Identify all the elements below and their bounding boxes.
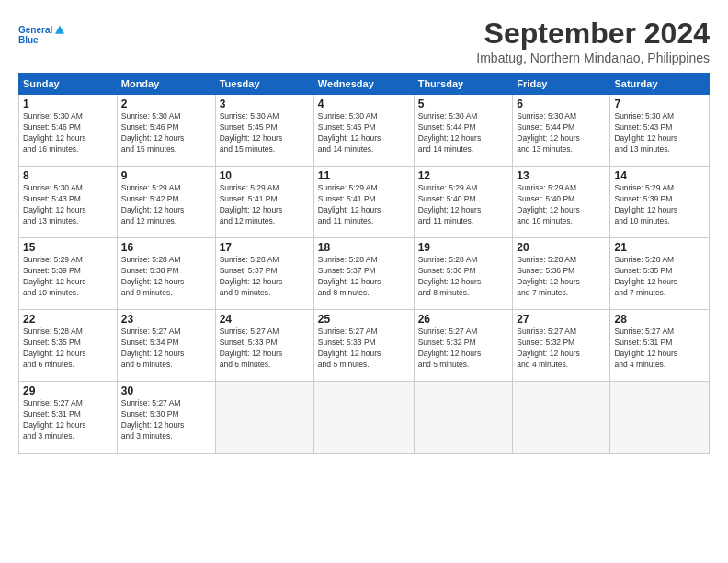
- table-row: 4 Sunrise: 5:30 AM Sunset: 5:45 PM Dayli…: [313, 95, 414, 167]
- sunset-label: Sunset: 5:33 PM: [318, 338, 376, 347]
- day-number: 15: [23, 241, 113, 254]
- table-row: 19 Sunrise: 5:28 AM Sunset: 5:36 PM Dayl…: [414, 238, 513, 310]
- day-info: Sunrise: 5:28 AM Sunset: 5:37 PM Dayligh…: [220, 255, 310, 299]
- sunset-label: Sunset: 5:32 PM: [418, 338, 476, 347]
- col-thursday: Thursday: [414, 74, 513, 95]
- subtitle: Imbatug, Northern Mindanao, Philippines: [476, 51, 710, 65]
- day-info: Sunrise: 5:27 AM Sunset: 5:32 PM Dayligh…: [517, 327, 606, 371]
- sunset-label: Sunset: 5:46 PM: [23, 122, 81, 132]
- sunrise-label: Sunrise: 5:28 AM: [517, 255, 576, 264]
- svg-text:Blue: Blue: [18, 35, 39, 45]
- sunset-label: Sunset: 5:31 PM: [23, 409, 81, 419]
- day-info: Sunrise: 5:29 AM Sunset: 5:41 PM Dayligh…: [220, 183, 310, 227]
- daylight-label: Daylight: 12 hoursand 5 minutes.: [418, 349, 482, 369]
- day-number: 2: [121, 98, 211, 110]
- daylight-label: Daylight: 12 hoursand 13 minutes.: [517, 133, 580, 154]
- day-number: 28: [614, 313, 705, 326]
- sunset-label: Sunset: 5:45 PM: [220, 122, 278, 132]
- day-number: 21: [614, 241, 705, 254]
- daylight-label: Daylight: 12 hoursand 8 minutes.: [318, 277, 381, 297]
- col-wednesday: Wednesday: [313, 74, 414, 95]
- day-number: 6: [517, 98, 606, 110]
- sunrise-label: Sunrise: 5:29 AM: [318, 183, 378, 192]
- day-number: 16: [121, 241, 211, 254]
- sunset-label: Sunset: 5:38 PM: [121, 266, 179, 275]
- daylight-label: Daylight: 12 hoursand 6 minutes.: [23, 349, 86, 369]
- sunset-label: Sunset: 5:46 PM: [121, 122, 179, 132]
- day-number: 20: [517, 241, 606, 254]
- day-number: 19: [418, 241, 509, 254]
- table-row: 1 Sunrise: 5:30 AM Sunset: 5:46 PM Dayli…: [19, 95, 118, 167]
- daylight-label: Daylight: 12 hoursand 7 minutes.: [517, 277, 580, 297]
- day-info: Sunrise: 5:30 AM Sunset: 5:44 PM Dayligh…: [517, 111, 606, 155]
- daylight-label: Daylight: 12 hoursand 15 minutes.: [220, 133, 283, 154]
- daylight-label: Daylight: 12 hoursand 3 minutes.: [23, 420, 86, 441]
- sunset-label: Sunset: 5:39 PM: [23, 266, 81, 275]
- table-row: 18 Sunrise: 5:28 AM Sunset: 5:37 PM Dayl…: [313, 238, 414, 310]
- sunrise-label: Sunrise: 5:29 AM: [23, 255, 83, 264]
- sunset-label: Sunset: 5:30 PM: [121, 409, 179, 419]
- sunrise-label: Sunrise: 5:27 AM: [318, 327, 378, 336]
- day-info: Sunrise: 5:29 AM Sunset: 5:40 PM Dayligh…: [418, 183, 509, 227]
- calendar: Sunday Monday Tuesday Wednesday Thursday…: [18, 73, 710, 454]
- day-info: Sunrise: 5:29 AM Sunset: 5:39 PM Dayligh…: [614, 183, 705, 227]
- day-number: 29: [23, 385, 113, 397]
- day-number: 24: [220, 313, 310, 326]
- col-tuesday: Tuesday: [215, 74, 313, 95]
- table-row: 9 Sunrise: 5:29 AM Sunset: 5:42 PM Dayli…: [117, 167, 215, 238]
- month-title: September 2024: [476, 17, 710, 51]
- daylight-label: Daylight: 12 hoursand 6 minutes.: [121, 349, 185, 369]
- table-row: 23 Sunrise: 5:27 AM Sunset: 5:34 PM Dayl…: [117, 310, 215, 382]
- table-row: [313, 382, 414, 454]
- sunrise-label: Sunrise: 5:27 AM: [121, 327, 181, 336]
- sunrise-label: Sunrise: 5:28 AM: [614, 255, 674, 264]
- sunrise-label: Sunrise: 5:27 AM: [517, 327, 576, 336]
- table-row: 24 Sunrise: 5:27 AM Sunset: 5:33 PM Dayl…: [215, 310, 313, 382]
- day-info: Sunrise: 5:29 AM Sunset: 5:42 PM Dayligh…: [121, 183, 211, 227]
- day-info: Sunrise: 5:30 AM Sunset: 5:46 PM Dayligh…: [23, 111, 113, 155]
- day-info: Sunrise: 5:29 AM Sunset: 5:41 PM Dayligh…: [318, 183, 410, 227]
- table-row: 28 Sunrise: 5:27 AM Sunset: 5:31 PM Dayl…: [610, 310, 710, 382]
- week-row-1: 1 Sunrise: 5:30 AM Sunset: 5:46 PM Dayli…: [19, 95, 710, 167]
- daylight-label: Daylight: 12 hoursand 9 minutes.: [121, 277, 185, 297]
- col-saturday: Saturday: [610, 74, 710, 95]
- day-info: Sunrise: 5:28 AM Sunset: 5:36 PM Dayligh…: [418, 255, 509, 299]
- sunrise-label: Sunrise: 5:28 AM: [418, 255, 478, 264]
- day-info: Sunrise: 5:30 AM Sunset: 5:43 PM Dayligh…: [23, 183, 113, 227]
- table-row: 14 Sunrise: 5:29 AM Sunset: 5:39 PM Dayl…: [610, 167, 710, 238]
- col-monday: Monday: [117, 74, 215, 95]
- week-row-4: 22 Sunrise: 5:28 AM Sunset: 5:35 PM Dayl…: [19, 310, 710, 382]
- day-number: 13: [517, 169, 606, 182]
- header: General Blue September 2024 Imbatug, Nor…: [18, 17, 710, 65]
- table-row: [215, 382, 313, 454]
- sunset-label: Sunset: 5:32 PM: [517, 338, 574, 347]
- day-number: 30: [121, 385, 211, 397]
- sunset-label: Sunset: 5:36 PM: [517, 266, 574, 275]
- day-number: 1: [23, 98, 113, 110]
- page: General Blue September 2024 Imbatug, Nor…: [0, 0, 728, 563]
- day-info: Sunrise: 5:30 AM Sunset: 5:46 PM Dayligh…: [121, 111, 211, 155]
- daylight-label: Daylight: 12 hoursand 15 minutes.: [121, 133, 185, 154]
- sunrise-label: Sunrise: 5:28 AM: [318, 255, 378, 264]
- daylight-label: Daylight: 12 hoursand 4 minutes.: [517, 349, 580, 369]
- sunset-label: Sunset: 5:40 PM: [517, 194, 574, 203]
- sunset-label: Sunset: 5:37 PM: [318, 266, 376, 275]
- table-row: 11 Sunrise: 5:29 AM Sunset: 5:41 PM Dayl…: [313, 167, 414, 238]
- daylight-label: Daylight: 12 hoursand 8 minutes.: [418, 277, 482, 297]
- sunrise-label: Sunrise: 5:27 AM: [614, 327, 674, 336]
- day-info: Sunrise: 5:30 AM Sunset: 5:45 PM Dayligh…: [318, 111, 410, 155]
- table-row: [513, 382, 610, 454]
- daylight-label: Daylight: 12 hoursand 6 minutes.: [220, 349, 283, 369]
- sunset-label: Sunset: 5:31 PM: [614, 338, 672, 347]
- sunrise-label: Sunrise: 5:30 AM: [220, 111, 279, 121]
- day-info: Sunrise: 5:27 AM Sunset: 5:34 PM Dayligh…: [121, 327, 211, 371]
- col-friday: Friday: [513, 74, 610, 95]
- day-number: 22: [23, 313, 113, 326]
- day-info: Sunrise: 5:27 AM Sunset: 5:32 PM Dayligh…: [418, 327, 509, 371]
- daylight-label: Daylight: 12 hoursand 14 minutes.: [418, 133, 482, 154]
- sunrise-label: Sunrise: 5:28 AM: [121, 255, 181, 264]
- sunset-label: Sunset: 5:35 PM: [614, 266, 672, 275]
- sunrise-label: Sunrise: 5:29 AM: [517, 183, 576, 192]
- day-number: 4: [318, 98, 410, 110]
- daylight-label: Daylight: 12 hoursand 13 minutes.: [614, 133, 677, 154]
